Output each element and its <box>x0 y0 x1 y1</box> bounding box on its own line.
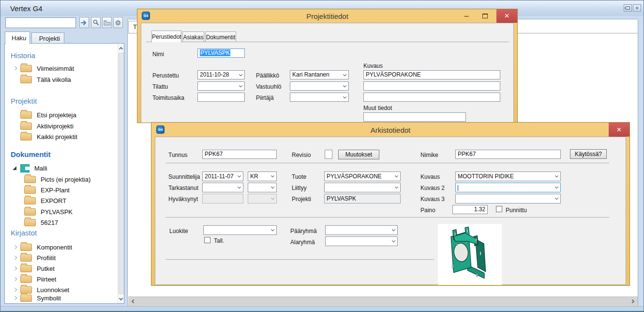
horizontal-scrollbar[interactable] <box>128 296 638 306</box>
tab-projekti[interactable]: Projekti <box>31 32 64 44</box>
model-cube-icon <box>20 164 30 172</box>
folder-icon <box>24 219 36 226</box>
kuvaus-input-1[interactable]: PYLVÄSPORAKONE <box>363 70 500 79</box>
vastuuhlo-label: Vastuuhlö <box>256 83 281 90</box>
search-button[interactable] <box>91 17 101 28</box>
revisio-input[interactable] <box>325 150 332 159</box>
go-button[interactable] <box>79 17 89 28</box>
punnittu-checkbox[interactable] <box>496 206 502 212</box>
kuvaus-label: Kuvaus <box>420 173 440 180</box>
chevron-right-icon[interactable] <box>12 265 18 272</box>
dialog-title: Arkistotiedot <box>151 126 629 134</box>
chevron-down-icon <box>238 174 241 177</box>
tuote-dropdown[interactable]: PYLVÄSPORAKONE <box>324 172 401 181</box>
muut-tiedot-label: Muut tiedot <box>363 105 392 111</box>
tree-item-talla-viikolla[interactable]: Tällä viikolla <box>5 74 114 85</box>
muut-tiedot-input-1[interactable] <box>363 112 466 122</box>
chevron-down-icon <box>271 196 274 200</box>
tunnus-input[interactable]: PPK67 <box>202 150 277 159</box>
tree-item-viimeisimmat[interactable]: Viimeisimmät <box>5 63 114 74</box>
search-input[interactable] <box>5 17 76 28</box>
paallikko-dropdown[interactable]: Kari Rantanen <box>290 70 349 79</box>
scroll-left-icon[interactable] <box>128 297 137 306</box>
vastuuhlo-dropdown[interactable] <box>290 81 349 91</box>
nimike-input[interactable]: PPK67 <box>455 150 561 159</box>
scroll-right-icon[interactable] <box>629 297 638 306</box>
tree-item-profiilit[interactable]: Profiilit <box>5 252 114 263</box>
scrollbar-thumb[interactable] <box>119 53 124 294</box>
arkistotiedot-body: Tunnus PPK67 Revisio Muutokset Nimike PP… <box>155 137 626 285</box>
tree-item-kaikki-projektit[interactable]: Kaikki projektit <box>5 131 114 142</box>
tree-item-aktiiviprojekti[interactable]: Aktiiviprojekti <box>5 121 114 131</box>
paaryhma-dropdown[interactable] <box>325 225 398 235</box>
chevron-down-icon <box>239 73 242 76</box>
tilattu-dropdown[interactable] <box>197 81 245 91</box>
tree-item-pylvaspk[interactable]: PYLVASPK <box>5 206 114 217</box>
folder-icon <box>20 111 32 119</box>
chevron-right-icon[interactable] <box>12 286 18 293</box>
chevron-right-icon[interactable] <box>12 65 18 72</box>
dialog-close-button[interactable]: × <box>496 9 517 23</box>
kuvaus-input-2[interactable] <box>363 81 500 91</box>
dialog-close-button[interactable]: × <box>609 123 629 137</box>
alaryhma-dropdown[interactable] <box>325 236 398 246</box>
tree-item-malli[interactable]: Malli <box>5 163 114 173</box>
kuvaus-label: Kuvaus <box>363 62 383 69</box>
triangle-expanded-icon[interactable] <box>12 165 18 172</box>
tree-item-komponentit[interactable]: Komponentit <box>5 242 114 252</box>
chevron-right-icon[interactable] <box>12 276 18 282</box>
perustettu-dropdown[interactable]: 2011-10-28 <box>197 70 245 79</box>
tilattu-label: Tilattu <box>152 83 168 90</box>
folder-icon <box>104 20 111 26</box>
tab-asiakas[interactable]: Asiakas <box>182 31 204 42</box>
scroll-up-icon[interactable] <box>119 46 123 50</box>
part-3d-image <box>441 227 498 282</box>
paino-input[interactable]: 1.32 <box>452 205 488 214</box>
chevron-right-icon[interactable] <box>12 295 18 301</box>
maximize-button[interactable] <box>479 9 491 23</box>
kaytossa-button[interactable]: Käytössä? <box>570 149 607 159</box>
tab-perustiedot[interactable]: Perustiedot <box>151 31 181 42</box>
tree-item-56217[interactable]: 56217 <box>5 217 114 228</box>
luokite-dropdown[interactable] <box>203 225 277 235</box>
suunnittelija-initials-dropdown[interactable]: KR <box>248 172 277 181</box>
kuvaus-dropdown[interactable]: MOOTTORIN PIDIKE <box>455 172 561 181</box>
tarkastanut-date-dropdown[interactable] <box>202 183 243 192</box>
tab-dokumentit[interactable]: Dokumentit <box>205 31 236 42</box>
window-close-button[interactable]: × <box>633 4 641 12</box>
pin-button[interactable] <box>624 4 632 12</box>
chevron-down-icon <box>395 185 398 188</box>
toimitusaika-input[interactable] <box>197 93 245 102</box>
tall-checkbox[interactable] <box>204 237 210 243</box>
tree-item-exp-plant[interactable]: EXP-Plant <box>5 185 114 195</box>
chevron-right-icon[interactable] <box>12 244 18 250</box>
kuvaus-input-3[interactable] <box>363 93 500 102</box>
piirtaja-dropdown[interactable] <box>290 93 349 102</box>
open-folder-button[interactable] <box>102 17 112 28</box>
chevron-right-icon[interactable] <box>12 254 18 261</box>
tree-item-putket[interactable]: Putket <box>5 263 114 274</box>
tarkastanut-initials-dropdown[interactable] <box>248 183 277 192</box>
tree-item-symbolit[interactable]: Symbolit <box>5 293 114 303</box>
tree-item-picts[interactable]: Picts (ei projektia) <box>5 174 114 185</box>
kuvaus2-dropdown[interactable] <box>455 183 561 192</box>
section-divider <box>165 259 434 260</box>
arkistotiedot-titlebar[interactable]: G4 Arkistotiedot <box>151 123 629 137</box>
close-icon: × <box>617 125 622 135</box>
tree-scrollbar[interactable] <box>118 44 124 303</box>
tree-item-etsi-projekteja[interactable]: Etsi projekteja <box>5 109 114 120</box>
kuvaus3-dropdown[interactable] <box>455 194 561 203</box>
settings-button[interactable] <box>113 17 123 28</box>
chevron-down-icon <box>392 239 395 242</box>
liittyy-dropdown[interactable] <box>324 183 401 192</box>
scroll-down-icon[interactable] <box>119 297 123 301</box>
nimi-input[interactable]: PYLVASPK <box>197 48 245 58</box>
section-divider <box>165 217 609 218</box>
tab-haku[interactable]: Haku <box>5 31 30 44</box>
tree-item-export[interactable]: EXPORT <box>5 195 114 206</box>
suunnittelija-date-dropdown[interactable]: 2011-11-07 <box>202 172 243 181</box>
tree-item-piirteet[interactable]: Piirteet <box>5 274 114 284</box>
minimize-button[interactable]: – <box>461 9 472 23</box>
muutokset-button[interactable]: Muutokset <box>338 150 379 159</box>
vertex-g4-window: Vertex G4 × Haku Projekti Historia Viime… <box>0 0 644 312</box>
